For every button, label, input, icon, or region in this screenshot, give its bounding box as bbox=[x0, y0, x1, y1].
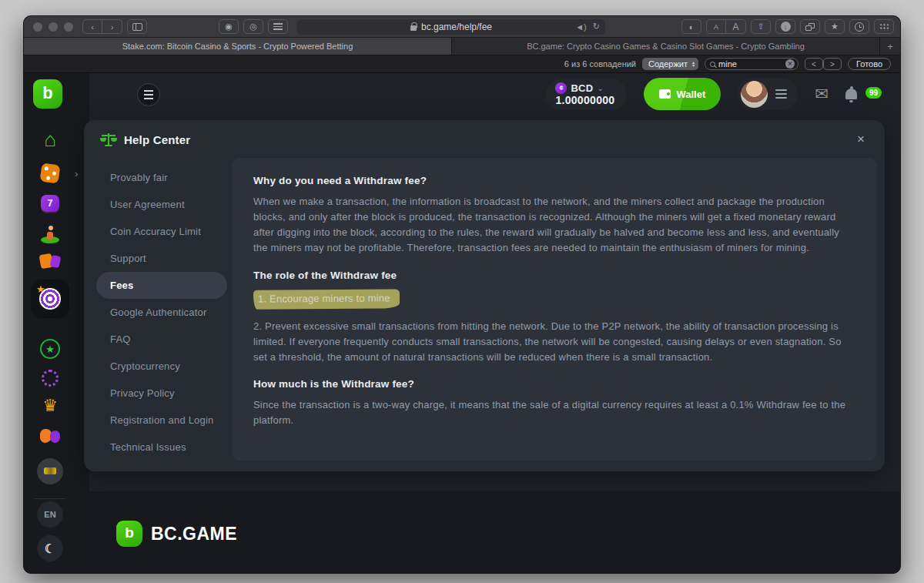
increase-text-button[interactable]: A bbox=[726, 19, 746, 34]
sidebar-item-promo[interactable] bbox=[30, 458, 70, 484]
help-content: Why do you need a Withdraw fee? When we … bbox=[232, 158, 877, 461]
find-previous-button[interactable]: < bbox=[805, 58, 823, 70]
address-bar[interactable]: bc.game/help/fee ◄) ↻ bbox=[297, 19, 605, 35]
find-input[interactable] bbox=[718, 59, 782, 69]
sidebar-item-vip-club[interactable]: ♛ bbox=[30, 398, 70, 414]
footer-brand-name: BC.GAME bbox=[151, 524, 237, 544]
sidebar-divider bbox=[35, 498, 65, 499]
sidebar-item-rewards[interactable]: ★ bbox=[30, 339, 70, 359]
help-menu-item-technical-issues[interactable]: Technical Issues bbox=[96, 434, 227, 461]
clear-search-icon[interactable]: ✕ bbox=[785, 59, 795, 69]
vip-figure-icon bbox=[40, 225, 60, 243]
footer-brand: BC.GAME bbox=[116, 521, 237, 547]
lock-icon bbox=[410, 25, 417, 31]
notifications-bell-icon[interactable] bbox=[845, 89, 857, 99]
highlighted-find-result: 1. Encourage miners to mine bbox=[253, 289, 400, 309]
help-menu-item-coin-accuracy-limit[interactable]: Coin Accuracy Limit bbox=[96, 218, 227, 245]
sidebar-item-games[interactable] bbox=[30, 429, 70, 444]
find-matches-count: 6 из 6 совпадений bbox=[564, 59, 636, 69]
sidebar-item-shop[interactable] bbox=[30, 252, 70, 270]
reader-appearance-button[interactable]: ◐ bbox=[681, 19, 701, 34]
mail-icon[interactable]: ✉ bbox=[815, 85, 829, 103]
find-done-button[interactable]: Готово bbox=[848, 58, 891, 70]
dropdown-arrows-icon: ▴▾ bbox=[692, 61, 695, 67]
crown-icon: ♛ bbox=[42, 398, 58, 414]
help-menu-item-google-authenticator[interactable]: Google Authenticator bbox=[96, 299, 227, 326]
tab-bcgame[interactable]: BC.game: Crypto Casino Games & Casino Sl… bbox=[452, 38, 880, 55]
sidebar-item-vip[interactable] bbox=[30, 225, 70, 243]
help-menu-item-provably-fair[interactable]: Provably fair bbox=[96, 164, 227, 191]
close-window-icon[interactable] bbox=[33, 22, 42, 32]
find-input-wrap: ✕ bbox=[705, 58, 798, 70]
section-body-howmuch: Since the transaction is a two-way charg… bbox=[253, 397, 855, 428]
home-icon: ⌂ bbox=[44, 131, 56, 148]
user-menu[interactable] bbox=[738, 78, 798, 110]
decrease-text-button[interactable]: A bbox=[706, 19, 726, 34]
chat-badge: 99 bbox=[865, 87, 882, 99]
section-heading-role: The role of the Withdraw fee bbox=[253, 270, 855, 281]
menu-toggle-button[interactable] bbox=[137, 83, 160, 106]
back-button[interactable]: ‹ bbox=[82, 19, 102, 34]
help-menu: Provably fairUser AgreementCoin Accuracy… bbox=[89, 158, 232, 461]
reader-icon bbox=[273, 23, 283, 30]
history-icon bbox=[855, 22, 864, 32]
language-button[interactable]: EN bbox=[30, 501, 70, 528]
help-menu-item-support[interactable]: Support bbox=[96, 245, 227, 272]
sidebar-item-slots[interactable]: 7 bbox=[30, 195, 70, 212]
section-body-why: When we make a transaction, the informat… bbox=[253, 194, 855, 256]
bcgame-page: ⌂ › 7 ★ ♛ EN ☾ ¢ BCD ⌄ bbox=[24, 73, 900, 574]
mute-audio-icon[interactable]: ◄) bbox=[575, 22, 587, 32]
tab-overview-icon bbox=[879, 23, 889, 31]
chevron-down-icon: ⌄ bbox=[598, 84, 604, 92]
find-next-button[interactable]: > bbox=[823, 58, 842, 70]
downloads-button[interactable]: ↓ bbox=[775, 19, 795, 34]
star-circle-icon: ★ bbox=[40, 339, 60, 359]
section-heading-howmuch: How much is the Withdraw fee? bbox=[253, 378, 855, 390]
close-icon[interactable]: × bbox=[855, 132, 866, 147]
sidebar-item-bonus[interactable] bbox=[30, 370, 70, 387]
new-tab-button[interactable]: + bbox=[880, 38, 900, 55]
site-sidebar: ⌂ › 7 ★ ♛ EN ☾ bbox=[24, 73, 89, 574]
dotted-wreath-icon bbox=[42, 370, 59, 387]
reader-button[interactable] bbox=[268, 19, 288, 34]
tab-stake[interactable]: Stake.com: Bitcoin Casino & Sports - Cry… bbox=[24, 38, 452, 55]
scales-icon bbox=[101, 132, 116, 146]
tab-overview-button[interactable] bbox=[874, 19, 894, 34]
sidebar-item-casino[interactable]: › bbox=[30, 164, 70, 183]
forward-button[interactable]: › bbox=[102, 19, 122, 34]
find-mode-dropdown[interactable]: Содержит ▴▾ bbox=[642, 58, 698, 70]
sidebar-item-home[interactable]: ⌂ bbox=[30, 131, 70, 148]
minimize-window-icon[interactable] bbox=[49, 22, 58, 32]
sidebar-toggle-button[interactable] bbox=[127, 19, 147, 34]
sidebar-icon bbox=[132, 23, 142, 31]
share-button[interactable]: ⇧ bbox=[751, 19, 771, 34]
downloads-icon: ↓ bbox=[781, 22, 791, 32]
copy-tab-button[interactable] bbox=[800, 19, 820, 34]
help-menu-item-user-agreement[interactable]: User Agreement bbox=[96, 191, 227, 218]
history-button[interactable] bbox=[849, 19, 869, 34]
bcgame-logo[interactable] bbox=[33, 79, 62, 109]
sidebar-item-missions-active[interactable] bbox=[30, 280, 70, 318]
bcgame-logo-icon bbox=[33, 79, 62, 109]
avatar[interactable] bbox=[741, 81, 768, 108]
balance-selector[interactable]: ¢ BCD ⌄ 1.00000000 bbox=[546, 79, 627, 110]
extension-button-1[interactable]: ◉ bbox=[219, 19, 239, 34]
site-header: ¢ BCD ⌄ 1.00000000 Wallet ✉ bbox=[89, 73, 900, 115]
theme-toggle-button[interactable]: ☾ bbox=[30, 535, 70, 561]
language-label: EN bbox=[37, 501, 63, 528]
reload-icon[interactable]: ↻ bbox=[593, 22, 600, 32]
balance-amount: 1.00000000 bbox=[555, 94, 614, 106]
help-menu-item-fees[interactable]: Fees bbox=[96, 272, 227, 299]
help-menu-item-faq[interactable]: FAQ bbox=[96, 326, 227, 353]
wallet-button[interactable]: Wallet bbox=[644, 78, 721, 110]
help-menu-item-privacy-policy[interactable]: Privacy Policy bbox=[96, 380, 227, 407]
help-menu-item-registration-and-login[interactable]: Registration and Login bbox=[96, 407, 227, 434]
zoom-window-icon[interactable] bbox=[64, 22, 73, 32]
extension-button-2[interactable]: ◎ bbox=[243, 19, 263, 34]
traffic-lights[interactable] bbox=[30, 22, 78, 32]
bookmarks-button[interactable]: ★ bbox=[825, 19, 845, 34]
footer-logo-icon bbox=[116, 521, 142, 547]
modal-title: Help Center bbox=[124, 133, 190, 146]
slot-seven-icon: 7 bbox=[41, 195, 59, 212]
help-menu-item-cryptocurrency[interactable]: Cryptocurrency bbox=[96, 353, 227, 380]
